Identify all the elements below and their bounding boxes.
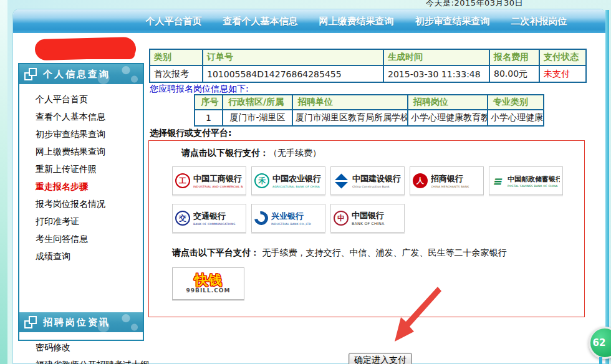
bank-subtitle: INDUSTRIAL AND COMMERCIAL BANK OF CHINA bbox=[193, 184, 238, 188]
order-col-fee: 报名费用 bbox=[489, 49, 539, 65]
sidebar-item-post-registration-status[interactable]: 报考岗位报名情况 bbox=[36, 195, 143, 213]
bank-payment-note-bold: 请点击以下银行支付： bbox=[181, 148, 269, 158]
pos-district-cell: 厦门市-湖里区 bbox=[223, 110, 292, 126]
sidebar-item-print-admission-ticket[interactable]: 打印准考证 bbox=[36, 213, 143, 230]
bank-button-icbc[interactable]: 工 中国工商银行 INDUSTRIAL AND COMMERCIAL BANK … bbox=[172, 166, 246, 195]
window-right-border bbox=[605, 10, 609, 364]
bank-name: 中国银行 bbox=[352, 210, 388, 221]
choose-payment-title: 选择银行或支付平台: bbox=[150, 128, 232, 139]
top-navigation-bar: 个人平台首页 查看个人基本信息 网上缴费结果查询 初步审查结果查询 二次补报岗位 bbox=[13, 9, 606, 33]
bank-payment-note: 请点击以下银行支付：（无手续费） bbox=[181, 148, 584, 159]
sidebar-section-personal-info-header: 个人信息查询 bbox=[19, 64, 143, 84]
nav-item-preliminary-review-result[interactable]: 初步审查结果查询 bbox=[415, 16, 490, 27]
ccb-logo-icon bbox=[334, 173, 349, 188]
overlapping-squares-icon bbox=[24, 68, 37, 80]
bank-name: 招商银行 bbox=[431, 173, 473, 184]
bank-name: 中国工商银行 bbox=[193, 173, 243, 184]
bank-name: 中国邮政储蓄银行 bbox=[508, 175, 560, 184]
platform-payment-note-rest: 无手续费，支持交行、中信、浦发、广发、民生等二十余家银行 bbox=[262, 247, 506, 257]
order-col-status: 支付状态 bbox=[539, 49, 586, 65]
pos-col-district: 行政辖区/所属 bbox=[223, 95, 292, 110]
pos-post-cell: 小学心理健康教育教师 bbox=[408, 110, 488, 126]
position-info-note: 您应聘报名岗位信息如下: bbox=[150, 84, 249, 95]
pos-col-index: 序号 bbox=[195, 95, 223, 110]
bank-subtitle: AGRICULTURAL BANK OF CHINA bbox=[272, 184, 317, 188]
sidebar-item-score-query[interactable]: 成绩查询 bbox=[36, 247, 143, 265]
today-date-text: 今天是:2015年03月30日 bbox=[426, 0, 523, 9]
sidebar: 个人信息查询 个人平台首页 查看个人基本信息 初步审查结果查询 网上缴费结果查询… bbox=[18, 63, 144, 341]
order-table-header-row: 类别 订单号 生成时间 报名费用 支付状态 bbox=[150, 49, 586, 65]
overlapping-squares-icon bbox=[24, 316, 37, 328]
payment-options-box: 请点击以下银行支付：（无手续费） 工 中国工商银行 INDUSTRIAL AND… bbox=[148, 140, 585, 317]
bank-button-bocom[interactable]: 交 交通银行 BANK OF COMMUNICATIONS bbox=[172, 204, 246, 232]
bank-button-cmb[interactable]: 人 招商银行 CHINA MERCHANTS BANK bbox=[410, 166, 484, 195]
bank-button-psbc[interactable]: ≡ 中国邮政储蓄银行 POSTAL SAVINGS BANK OF CHINA bbox=[489, 166, 563, 195]
platform-payment-note: 请点击以下平台支付： 无手续费，支持交行、中信、浦发、广发、民生等二十余家银行 bbox=[172, 247, 584, 259]
bank-row-1: 工 中国工商银行 INDUSTRIAL AND COMMERCIAL BANK … bbox=[172, 166, 584, 195]
order-col-order-no: 订单号 bbox=[203, 49, 383, 65]
bank-button-boc[interactable]: 中 中国银行 BANK OF CHINA bbox=[330, 204, 405, 232]
sidebar-section-recruit-info-header: 招聘岗位资讯 bbox=[19, 312, 143, 332]
badge-count: 62 bbox=[593, 337, 606, 348]
sidebar-item-view-basic-info[interactable]: 查看个人基本信息 bbox=[36, 108, 143, 125]
sidebar-section-title: 招聘岗位资讯 bbox=[43, 317, 110, 328]
sidebar-item-candidate-qa[interactable]: 考生问答信息 bbox=[36, 230, 143, 247]
bank-name: 中国建设银行 bbox=[352, 173, 401, 184]
pos-major-cell: 小学心理健康教育 bbox=[488, 110, 544, 126]
main-window: 个人平台首页 查看个人基本信息 网上缴费结果查询 初步审查结果查询 二次补报岗位… bbox=[12, 9, 606, 364]
boc-logo-icon: 中 bbox=[334, 211, 349, 226]
bank-button-abc[interactable]: 禾 中国农业银行 AGRICULTURAL BANK OF CHINA bbox=[251, 166, 325, 195]
order-col-category: 类别 bbox=[150, 49, 203, 65]
pos-col-employer: 招聘单位 bbox=[292, 95, 408, 110]
pos-employer-cell: 厦门市湖里区教育局所属学校 bbox=[292, 110, 408, 126]
cmb-logo-icon: 人 bbox=[413, 173, 428, 188]
sidebar-item-redo-registration[interactable]: 重走报名步骤 bbox=[36, 178, 143, 195]
99bill-logo-icon: 快钱 bbox=[195, 274, 222, 287]
sidebar-item-change-password[interactable]: 密码修改 bbox=[36, 338, 143, 356]
position-table: 序号 行政辖区/所属 招聘单位 招聘岗位 专业类别 1 厦门市-湖里区 厦门市湖… bbox=[194, 94, 544, 127]
position-table-row: 1 厦门市-湖里区 厦门市湖里区教育局所属学校 小学心理健康教育教师 小学心理健… bbox=[195, 110, 544, 126]
red-arrow-icon bbox=[378, 285, 446, 348]
confirm-payment-button[interactable]: 确定进入支付 bbox=[349, 353, 412, 364]
badge-stem bbox=[599, 357, 602, 364]
sidebar-item-preliminary-review-result[interactable]: 初步审查结果查询 bbox=[36, 125, 143, 143]
sidebar-menu-recruit-info: 密码修改 福建省教师公开招聘考试大纲 退出平台 bbox=[19, 332, 143, 364]
sidebar-item-personal-home[interactable]: 个人平台首页 bbox=[36, 90, 143, 108]
order-table-row: 首次报考 101005584D14276864285455 2015-03-30… bbox=[150, 65, 586, 82]
order-table: 类别 订单号 生成时间 报名费用 支付状态 首次报考 101005584D142… bbox=[149, 49, 587, 83]
sidebar-item-exam-outline[interactable]: 福建省教师公开招聘考试大纲 bbox=[36, 356, 143, 364]
sidebar-section-title: 个人信息查询 bbox=[43, 69, 110, 80]
icbc-logo-icon: 工 bbox=[175, 173, 190, 188]
pos-col-post: 招聘岗位 bbox=[408, 95, 488, 110]
bank-subtitle: POSTAL SAVINGS BANK OF CHINA bbox=[508, 184, 555, 187]
payment-status-badge: 未支付 bbox=[539, 65, 586, 82]
bank-button-ccb[interactable]: 中国建设银行 China Construction Bank bbox=[330, 166, 405, 195]
bank-name: 交通银行 bbox=[193, 211, 240, 222]
bank-payment-note-rest: （无手续费） bbox=[269, 148, 321, 158]
platform-payment-note-bold: 请点击以下平台支付： bbox=[172, 247, 259, 257]
sidebar-item-online-payment-result[interactable]: 网上缴费结果查询 bbox=[36, 143, 143, 160]
sidebar-menu-personal-info: 个人平台首页 查看个人基本信息 初步审查结果查询 网上缴费结果查询 重新上传证件… bbox=[19, 84, 143, 269]
nav-item-second-supplementary-post[interactable]: 二次补报岗位 bbox=[511, 16, 567, 27]
cib-logo-icon bbox=[252, 209, 271, 228]
nav-item-personal-home[interactable]: 个人平台首页 bbox=[146, 16, 202, 27]
99bill-logo-subtitle: 99BILL.COM bbox=[186, 287, 231, 294]
page-background-strip bbox=[0, 0, 7, 364]
bank-button-cib[interactable]: 兴业银行 INDUSTRIAL BANK CO.,LTD bbox=[251, 204, 325, 232]
order-fee-cell: 80.00元 bbox=[489, 65, 539, 82]
bank-name: 中国农业银行 bbox=[272, 173, 322, 184]
nav-item-online-payment-result[interactable]: 网上缴费结果查询 bbox=[319, 16, 394, 27]
position-table-header-row: 序号 行政辖区/所属 招聘单位 招聘岗位 专业类别 bbox=[195, 95, 544, 110]
sidebar-spacer bbox=[19, 269, 143, 312]
nav-item-view-basic-info[interactable]: 查看个人基本信息 bbox=[223, 16, 298, 27]
order-created-cell: 2015-03-30 11:33:48 bbox=[383, 65, 489, 82]
order-col-created: 生成时间 bbox=[383, 49, 489, 65]
bank-subtitle: BANK OF CHINA bbox=[352, 221, 384, 226]
psbc-logo-icon: ≡ bbox=[491, 175, 506, 188]
sidebar-item-reupload-photo[interactable]: 重新上传证件照 bbox=[36, 160, 143, 178]
abc-logo-icon: 禾 bbox=[254, 173, 269, 188]
order-number-cell: 101005584D14276864285455 bbox=[203, 65, 383, 82]
bank-subtitle: China Construction Bank bbox=[352, 184, 396, 188]
platform-button-99bill[interactable]: 快钱 99BILL.COM bbox=[172, 267, 244, 300]
pos-col-major: 专业类别 bbox=[488, 95, 544, 110]
